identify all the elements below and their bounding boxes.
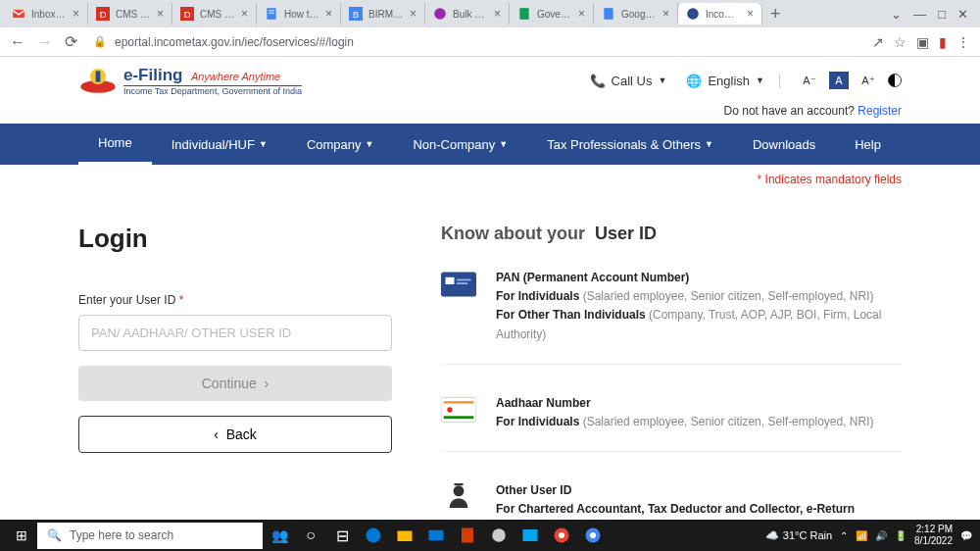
svg-rect-23 [444,416,474,419]
nav-company[interactable]: Company▼ [287,124,394,165]
back-button[interactable]: ‹ Back [78,416,392,453]
sound-icon[interactable]: 🔊 [875,530,887,541]
close-icon[interactable]: × [157,7,164,21]
incometax-icon [686,7,700,21]
close-icon[interactable]: × [73,7,79,21]
taskbar-search[interactable]: 🔍 Type here to search [37,523,263,549]
chevron-down-icon: ▼ [756,75,764,85]
nav-downloads[interactable]: Downloads [733,124,835,165]
navbar: Home Individual/HUF▼ Company▼ Non-Compan… [0,124,980,165]
contrast-toggle[interactable] [888,74,902,87]
share-icon[interactable]: ↗ [872,34,884,50]
battery-icon[interactable]: 🔋 [895,530,906,541]
maximize-button[interactable]: □ [938,7,946,22]
pan-card-icon [441,271,476,298]
page-content: e-Filing Anywhere Anytime Income Tax Dep… [0,57,980,551]
tab-cms1[interactable]: D CMS Den × [88,3,172,25]
font-increase-button[interactable]: A⁺ [858,72,878,89]
language-dropdown[interactable]: 🌐 English ▼ [686,74,780,88]
close-icon[interactable]: × [662,7,669,21]
reload-icon[interactable]: ⟳ [65,32,77,51]
nav-individual[interactable]: Individual/HUF▼ [152,124,287,165]
font-decrease-button[interactable]: A⁻ [800,72,819,89]
nav-help[interactable]: Help [835,124,901,165]
close-icon[interactable]: × [325,7,332,21]
address-bar[interactable]: 🔒 eportal.incometax.gov.in/iec/foservice… [89,31,860,53]
tab-howto[interactable]: How to ch × [257,3,341,25]
login-panel: Login Enter your User ID * Continue › ‹ … [78,204,392,551]
tab-birme[interactable]: B BIRME - B × [341,3,425,25]
close-icon[interactable]: × [747,7,754,21]
menu-icon[interactable]: ▮ [939,34,947,50]
new-tab-button[interactable]: + [762,4,789,25]
svg-rect-26 [454,483,463,485]
more-icon[interactable]: ⋮ [956,34,970,50]
svg-point-34 [559,532,564,538]
edge-icon[interactable] [359,522,388,549]
svg-text:D: D [184,10,191,20]
chevron-down-icon[interactable]: ⌄ [891,7,902,22]
nav-noncompany[interactable]: Non-Company▼ [393,124,527,165]
minimize-button[interactable]: — [913,7,926,22]
call-us-dropdown[interactable]: 📞 Call Us ▼ [590,74,667,88]
sheets-icon [517,7,531,21]
svg-point-31 [492,528,506,542]
star-icon[interactable]: ☆ [894,34,906,50]
chrome-icon[interactable] [578,522,608,549]
font-normal-button[interactable]: A [829,72,849,89]
notifications-icon[interactable]: 💬 [960,530,972,541]
lock-icon: 🔒 [93,35,107,48]
explorer-icon[interactable] [390,522,419,549]
tab-incometax[interactable]: Income Ta × [678,3,762,25]
clock[interactable]: 2:12 PM 8/1/2022 [914,524,953,547]
mail-icon[interactable] [421,522,451,549]
taskview-icon[interactable]: ⊟ [327,522,357,549]
svg-rect-20 [457,282,467,284]
tab-sheets[interactable]: Governme × [510,3,594,25]
cortana-circle-icon[interactable]: ○ [296,522,325,549]
globe-icon: 🌐 [686,74,702,88]
nav-taxpro[interactable]: Tax Professionals & Others▼ [527,124,733,165]
register-link[interactable]: Register [858,104,902,118]
close-icon[interactable]: × [494,7,501,21]
office-icon[interactable] [453,522,482,549]
wifi-icon[interactable]: 📶 [856,530,867,541]
tab-inbox[interactable]: Inbox (820 × [4,3,88,25]
weather-widget[interactable]: ☁️ 31°C Rain [765,529,832,542]
svg-rect-11 [519,8,528,20]
continue-button[interactable]: Continue › [78,366,392,401]
cortana-icon[interactable]: 👥 [271,527,288,543]
svg-rect-16 [96,71,101,81]
docs-icon [265,7,278,21]
start-button[interactable]: ⊞ [8,527,35,543]
nav-home[interactable]: Home [78,124,152,165]
logo[interactable]: e-Filing Anywhere Anytime Income Tax Dep… [78,65,302,96]
svg-point-10 [434,8,446,20]
app-icon[interactable] [484,522,514,549]
svg-point-25 [454,485,465,496]
tab-bulk[interactable]: Bulk Resiz × [425,3,510,25]
register-row: Do not have an account? Register [0,104,980,124]
d-icon: D [96,7,110,21]
close-icon[interactable]: × [241,7,248,21]
svg-point-13 [687,8,699,20]
svg-rect-22 [444,401,474,404]
close-icon[interactable]: × [578,7,585,21]
svg-rect-5 [267,8,275,20]
window-controls: ⌄ — □ ✕ [891,7,976,22]
bulk-icon [433,7,447,21]
tab-cms2[interactable]: D CMS Den × [172,3,257,25]
svg-rect-7 [269,13,274,14]
info-aadhaar: Aadhaar Number For Individuals (Salaried… [441,394,902,452]
svg-rect-6 [269,11,274,12]
tab-docs[interactable]: Google m × [594,3,678,25]
close-icon[interactable]: × [410,7,416,21]
forward-icon[interactable]: → [37,33,53,51]
back-icon[interactable]: ← [10,33,25,51]
tray-chevron-icon[interactable]: ⌃ [840,530,848,541]
userid-input[interactable] [78,315,392,351]
chrome-icon[interactable] [547,522,576,549]
extension-icon[interactable]: ▣ [916,34,929,50]
app-icon[interactable] [515,522,545,549]
close-window-button[interactable]: ✕ [957,7,968,22]
